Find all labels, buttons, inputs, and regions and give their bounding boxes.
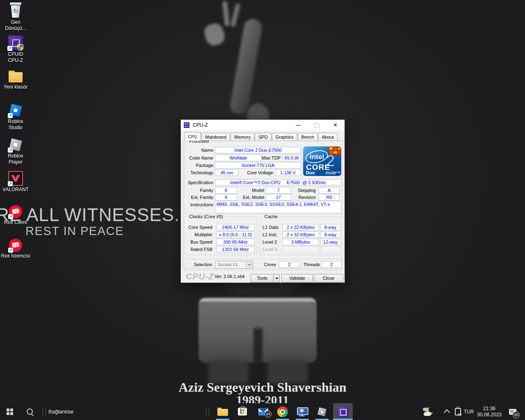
tools-button[interactable]: Tools	[251, 274, 274, 283]
desktop-icon-recycle-bin[interactable]: ↻ Geri Dönüşü...	[0, 2, 31, 32]
toolbar-grip[interactable]	[43, 407, 46, 416]
roblox-player-icon: ↗	[9, 138, 23, 152]
minimize-button[interactable]: —	[289, 120, 308, 130]
search-button[interactable]	[20, 403, 39, 420]
taskbar-mail[interactable]: 14	[254, 403, 272, 420]
shortcut-arrow-icon: ↗	[8, 148, 13, 153]
chevron-up-icon	[443, 409, 450, 416]
valorant-icon: ↗	[9, 171, 23, 185]
revision-value: R0	[319, 194, 340, 201]
cores-label: Cores	[260, 261, 276, 268]
wallpaper-subline: REST IN PEACE	[25, 224, 124, 238]
tray-action-center[interactable]: 10	[505, 403, 520, 420]
start-button[interactable]	[0, 403, 20, 420]
taskbar-monitor-app[interactable]: i	[294, 403, 311, 420]
instructions-value: MMX, SSE, SSE2, SSE3, SSSE3, SSE4.1, EM6…	[215, 201, 341, 213]
folder-icon	[8, 71, 23, 83]
bus-speed-label: Bus Speed	[185, 239, 212, 245]
tab-spd[interactable]: SPD	[255, 133, 272, 141]
riot-client-icon: ↗	[9, 205, 22, 218]
tray-show-hidden-icons[interactable]	[441, 403, 452, 420]
mail-unread-badge: 14	[265, 411, 272, 418]
bus-speed-value: 300.65 MHz	[216, 239, 255, 245]
desktop-icon-valorant[interactable]: ↗ VALORANT	[0, 171, 31, 193]
name-label: Name	[185, 147, 213, 153]
cpuz-app-icon	[184, 122, 189, 128]
specification-value: Intel® Core™2 Duo CPU E7500 @ 2.93GHz	[215, 179, 341, 186]
weather-night-icon	[423, 406, 435, 417]
stepping-value: A	[319, 187, 340, 194]
maximize-button[interactable]	[308, 120, 326, 130]
l1-inst-size: 2 x 32 KBytes	[282, 231, 319, 238]
roblox-studio-icon: ↗	[9, 103, 23, 117]
threads-value: 2	[321, 261, 342, 268]
validate-button[interactable]: Validate	[281, 274, 313, 283]
toolbar-grip[interactable]	[206, 407, 209, 416]
window-title: CPU-Z	[193, 122, 208, 128]
tray-clock[interactable]: 21:36 30.08.2023	[475, 403, 504, 420]
max-tdp-value: 65.0 W	[282, 155, 301, 161]
ext-family-label: Ext. Family	[185, 194, 213, 201]
multiplier-value: x 8.0 (6.0 - 11.0)	[216, 231, 255, 238]
processor-group: Processor Name Intel Core 2 Duo E7500 Co…	[184, 141, 342, 214]
links-toolbar-label[interactable]: Bağlantılar	[48, 403, 74, 420]
close-button[interactable]: ×	[326, 120, 345, 130]
level2-ways: 12-way	[320, 239, 340, 245]
cpuz-footer-logo: CPU-Z	[186, 272, 214, 281]
tab-bench[interactable]: Bench	[298, 133, 318, 141]
ext-model-label: Ext. Model	[230, 194, 264, 201]
multiplier-label: Multiplier	[185, 231, 212, 238]
revision-label: Revision	[286, 194, 316, 201]
desktop-icon-cpuz[interactable]: ↗ CPUID CPU-Z	[0, 35, 31, 64]
shortcut-arrow-icon: ↗	[8, 214, 13, 219]
intel-brand-text: intel	[310, 153, 324, 161]
taskbar-roblox[interactable]	[313, 403, 331, 420]
l1-inst-label: L1 Inst.	[262, 231, 281, 238]
tray-safely-remove-hardware[interactable]	[452, 403, 463, 420]
level2-size: 3 MBytes	[282, 239, 319, 245]
minimize-icon: —	[296, 122, 301, 128]
socket-selection-combobox: Socket #1	[215, 261, 253, 269]
l1-inst-ways: 8-way	[320, 231, 340, 238]
desktop-icon-riot-istemcisi[interactable]: ↗ Riot İstemcisi	[0, 239, 31, 259]
file-explorer-icon	[217, 408, 228, 416]
tray-time: 21:36	[475, 406, 504, 412]
clocks-group: Clocks (Core #0) Core Speed 2405.17 MHz …	[184, 217, 257, 255]
chrome-icon	[277, 406, 288, 417]
model-label: Model	[234, 187, 264, 194]
desktop-icon-roblox-studio[interactable]: ↗ Roblox Studio	[0, 103, 31, 131]
tab-memory[interactable]: Memory	[231, 133, 254, 141]
taskbar-microsoft-store[interactable]	[234, 403, 251, 420]
wallpaper-figure-finger	[222, 1, 230, 27]
desktop-icon-roblox-player[interactable]: ↗ Roblox Player	[0, 138, 31, 165]
tab-cpu[interactable]: CPU	[184, 132, 201, 141]
taskbar-chrome[interactable]	[274, 403, 291, 420]
core-voltage-value: 1.136 V	[275, 169, 301, 176]
search-icon	[27, 409, 33, 415]
selection-label: Selection	[188, 261, 212, 268]
close-dialog-button[interactable]: Close	[314, 274, 343, 283]
max-tdp-label: Max TDP	[246, 155, 281, 161]
cpu-name-value: Intel Core 2 Duo E7500	[215, 147, 301, 153]
level3-label: Level 3	[262, 246, 281, 253]
tools-dropdown-button[interactable]	[273, 274, 280, 283]
family-label: Family	[185, 187, 213, 194]
desktop-icon-riot-client[interactable]: ↗ Riot Client	[0, 205, 31, 226]
selection-group: Selection Socket #1 Cores 2 Threads 2	[184, 259, 342, 270]
l1-data-ways: 8-way	[320, 224, 340, 231]
titlebar[interactable]: CPU-Z — ×	[181, 120, 345, 130]
tab-graphics[interactable]: Graphics	[272, 133, 297, 141]
tray-weather[interactable]	[421, 403, 437, 420]
tray-date: 30.08.2023	[475, 412, 504, 418]
desktop-icon-new-folder[interactable]: Yeni klasör	[0, 71, 31, 90]
rated-fsb-label: Rated FSB	[185, 246, 212, 253]
version-text: Ver. 2.06.1.x64	[215, 274, 244, 279]
tray-language-indicator[interactable]: TUR	[463, 403, 475, 420]
level3-size	[282, 246, 319, 253]
taskbar-cpuz-active[interactable]	[333, 403, 353, 420]
taskbar-file-explorer[interactable]	[214, 403, 231, 420]
monitor-app-icon: i	[297, 407, 308, 416]
notification-count-badge: 10	[513, 411, 520, 418]
maximize-icon	[315, 123, 319, 128]
tab-about[interactable]: About	[318, 133, 338, 141]
